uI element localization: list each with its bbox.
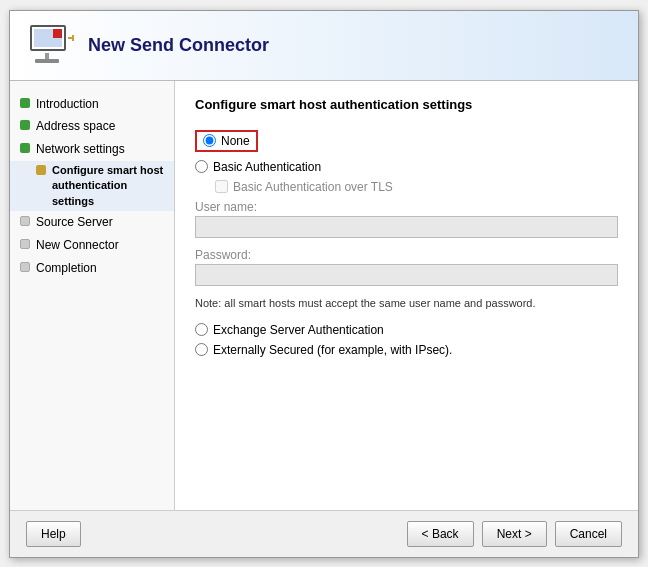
password-input[interactable] xyxy=(195,264,618,286)
introduction-dot xyxy=(20,98,30,108)
username-field-group: User name: xyxy=(195,200,618,238)
connector-icon xyxy=(26,21,74,69)
help-button[interactable]: Help xyxy=(26,521,81,547)
configure-smart-host-dot xyxy=(36,165,46,175)
completion-dot xyxy=(20,262,30,272)
source-server-dot xyxy=(20,216,30,226)
radio-externally-secured[interactable] xyxy=(195,343,208,356)
password-field-group: Password: xyxy=(195,248,618,286)
sidebar-item-network-settings[interactable]: Network settings xyxy=(10,138,174,161)
sidebar-label-completion: Completion xyxy=(36,260,97,277)
basic-auth-option[interactable]: Basic Authentication xyxy=(195,160,618,174)
sidebar-item-completion[interactable]: Completion xyxy=(10,257,174,280)
radio-none[interactable] xyxy=(203,134,216,147)
sidebar: Introduction Address space Network setti… xyxy=(10,81,175,510)
username-label: User name: xyxy=(195,200,618,214)
sidebar-item-source-server[interactable]: Source Server xyxy=(10,211,174,234)
exchange-auth-label[interactable]: Exchange Server Authentication xyxy=(213,323,384,337)
externally-secured-option[interactable]: Externally Secured (for example, with IP… xyxy=(195,343,618,357)
basic-auth-tls-row[interactable]: Basic Authentication over TLS xyxy=(215,180,618,194)
dialog-title: New Send Connector xyxy=(88,35,269,56)
sidebar-label-configure-smart-host: Configure smart host authentication sett… xyxy=(52,163,166,209)
sidebar-item-configure-smart-host[interactable]: Configure smart host authentication sett… xyxy=(10,161,174,211)
new-connector-dot xyxy=(20,239,30,249)
password-label: Password: xyxy=(195,248,618,262)
radio-exchange-auth[interactable] xyxy=(195,323,208,336)
content-title: Configure smart host authentication sett… xyxy=(195,97,618,116)
back-button[interactable]: < Back xyxy=(407,521,474,547)
note-text: Note: all smart hosts must accept the sa… xyxy=(195,296,618,311)
content-area: Configure smart host authentication sett… xyxy=(175,81,638,510)
basic-auth-tls-checkbox[interactable] xyxy=(215,180,228,193)
navigation-buttons: < Back Next > Cancel xyxy=(407,521,622,547)
basic-auth-tls-label: Basic Authentication over TLS xyxy=(233,180,393,194)
sidebar-label-source-server: Source Server xyxy=(36,214,113,231)
basic-auth-section: Basic Authentication Basic Authenticatio… xyxy=(195,160,618,311)
sidebar-item-introduction[interactable]: Introduction xyxy=(10,93,174,116)
sidebar-item-new-connector[interactable]: New Connector xyxy=(10,234,174,257)
dialog-window: New Send Connector Introduction Address … xyxy=(9,10,639,558)
none-label[interactable]: None xyxy=(221,134,250,148)
sidebar-label-address-space: Address space xyxy=(36,118,115,135)
dialog-body: Introduction Address space Network setti… xyxy=(10,81,638,510)
sidebar-label-new-connector: New Connector xyxy=(36,237,119,254)
sidebar-label-introduction: Introduction xyxy=(36,96,99,113)
none-option-wrapper[interactable]: None xyxy=(195,130,258,152)
next-button[interactable]: Next > xyxy=(482,521,547,547)
basic-auth-label[interactable]: Basic Authentication xyxy=(213,160,321,174)
network-settings-dot xyxy=(20,143,30,153)
externally-secured-label[interactable]: Externally Secured (for example, with IP… xyxy=(213,343,452,357)
dialog-footer: Help < Back Next > Cancel xyxy=(10,510,638,557)
sidebar-label-network-settings: Network settings xyxy=(36,141,125,158)
username-input[interactable] xyxy=(195,216,618,238)
dialog-header: New Send Connector xyxy=(10,11,638,81)
exchange-auth-option[interactable]: Exchange Server Authentication xyxy=(195,323,618,337)
cancel-button[interactable]: Cancel xyxy=(555,521,622,547)
sidebar-item-address-space[interactable]: Address space xyxy=(10,115,174,138)
radio-basic-auth[interactable] xyxy=(195,160,208,173)
address-space-dot xyxy=(20,120,30,130)
